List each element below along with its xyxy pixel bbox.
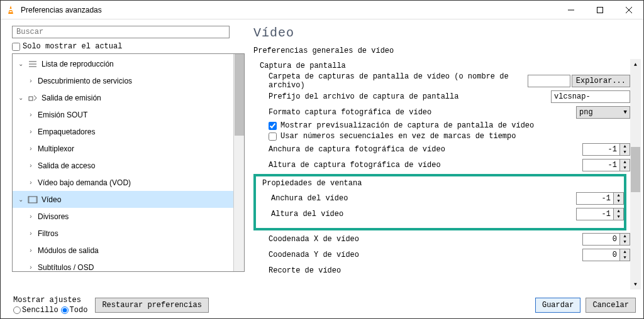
scroll-down-icon[interactable]: ▼ — [630, 279, 641, 289]
spin-down-icon[interactable]: ▼ — [620, 239, 630, 245]
coord-y-input[interactable] — [583, 251, 619, 259]
tree-item[interactable]: ›Multiplexor — [13, 140, 233, 157]
width-capture-spinner[interactable]: ▲▼ — [582, 143, 630, 156]
coord-x-input[interactable] — [583, 235, 619, 244]
spin-down-icon[interactable]: ▼ — [620, 149, 630, 155]
spin-down-icon[interactable]: ▼ — [620, 255, 630, 261]
chevron-right-icon[interactable]: › — [26, 162, 35, 169]
chevron-right-icon[interactable]: › — [26, 145, 35, 152]
use-seq-label: Usar números secuenciales en vez de marc… — [280, 132, 516, 141]
chevron-down-icon[interactable]: ⌄ — [16, 196, 25, 203]
tree-item-label: Descubrimiento de servicios — [38, 77, 132, 85]
height-capture-input[interactable] — [583, 161, 619, 170]
tree-item[interactable]: ›Empaquetadores — [13, 123, 233, 140]
prefix-input[interactable] — [551, 90, 630, 103]
tree-item[interactable]: ›Subtítulos / OSD — [13, 259, 233, 271]
video-height-spinner[interactable]: ▲▼ — [576, 208, 624, 220]
search-input[interactable] — [12, 26, 230, 38]
simple-radio[interactable]: Sencillo — [13, 306, 58, 315]
preferences-tree[interactable]: ⌄Lista de reproducción›Descubrimiento de… — [13, 54, 233, 271]
tree-item[interactable]: ›Módulos de salida — [13, 242, 233, 259]
vlc-icon — [6, 5, 16, 15]
height-capture-label: Altura de captura fotográfica de vídeo — [269, 161, 582, 170]
video-width-row: Anchura del vídeo ▲▼ — [271, 192, 624, 205]
tree-item[interactable]: ›Descubrimiento de servicios — [13, 72, 233, 89]
video-width-input[interactable] — [577, 194, 613, 203]
tree-item[interactable]: ›Divisores — [13, 208, 233, 225]
tree-item[interactable]: ›Salida de acceso — [13, 157, 233, 174]
width-capture-label: Anchura de captura fotográfica de vídeo — [269, 145, 582, 154]
tree-item[interactable]: ›Vídeo bajo demanda (VOD) — [13, 174, 233, 191]
chevron-right-icon[interactable]: › — [26, 179, 35, 186]
window-controls — [557, 1, 643, 19]
chevron-right-icon[interactable]: › — [26, 264, 35, 271]
tree-scrollbar[interactable] — [233, 54, 244, 271]
chevron-right-icon[interactable]: › — [26, 111, 35, 118]
tree-item[interactable]: ›Emisión SOUT — [13, 106, 233, 123]
coord-x-label: Coodenada X de vídeo — [269, 235, 582, 244]
show-preview-checkbox[interactable]: Mostrar previsualización de captura de p… — [269, 121, 630, 130]
tree-item-label: Empaquetadores — [38, 127, 95, 136]
right-scrollbar[interactable]: ▲ ▼ — [630, 59, 641, 289]
chevron-right-icon[interactable]: › — [26, 230, 35, 237]
tree-item[interactable]: ⌄Vídeo — [13, 191, 233, 208]
only-current-checkbox[interactable]: Solo mostrar el actual — [12, 42, 245, 51]
coord-y-label: Coodenada Y de vídeo — [269, 251, 582, 259]
save-button[interactable]: Guardar — [535, 298, 580, 313]
scroll-up-icon[interactable]: ▲ — [630, 59, 641, 70]
spin-down-icon[interactable]: ▼ — [614, 198, 623, 204]
use-seq-checkbox[interactable]: Usar números secuenciales en vez de marc… — [269, 132, 630, 141]
svg-rect-1 — [9, 9, 13, 10]
chevron-right-icon[interactable]: › — [26, 247, 35, 254]
bottom-bar: Mostrar ajustes Sencillo Todo Restaurar … — [1, 292, 643, 318]
chevron-down-icon[interactable]: ⌄ — [16, 60, 25, 67]
spin-up-icon[interactable]: ▲ — [620, 234, 630, 239]
width-capture-input[interactable] — [583, 145, 619, 154]
tree-item[interactable]: ⌄Salida de emisión — [13, 89, 233, 106]
height-capture-spinner[interactable]: ▲▼ — [582, 159, 630, 171]
browse-button[interactable]: Explorar... — [572, 75, 630, 87]
spin-up-icon[interactable]: ▲ — [620, 144, 630, 149]
highlighted-window-properties: Propiedades de ventana Anchura del vídeo… — [253, 174, 626, 230]
spin-down-icon[interactable]: ▼ — [620, 165, 630, 171]
show-preview-box[interactable] — [269, 122, 277, 130]
chevron-right-icon[interactable]: › — [26, 128, 35, 135]
spin-up-icon[interactable]: ▲ — [614, 193, 623, 198]
coord-y-spinner[interactable]: ▲▼ — [582, 249, 630, 261]
section-title: Vídeo — [250, 26, 641, 40]
coord-x-spinner[interactable]: ▲▼ — [582, 233, 630, 246]
spin-up-icon[interactable]: ▲ — [614, 208, 623, 214]
use-seq-box[interactable] — [269, 132, 277, 141]
close-button[interactable] — [614, 1, 643, 19]
spin-down-icon[interactable]: ▼ — [614, 214, 623, 220]
spin-up-icon[interactable]: ▲ — [620, 160, 630, 165]
format-row: Formato captura fotográfica de vídeo png… — [269, 105, 630, 119]
coord-x-row: Coodenada X de vídeo ▲▼ — [269, 232, 630, 246]
screenshot-folder-input[interactable] — [528, 75, 570, 87]
screenshot-folder-row: Carpeta de capturas de pantalla de vídeo… — [269, 74, 630, 88]
spin-up-icon[interactable]: ▲ — [620, 249, 630, 255]
tree-item-label: Multiplexor — [38, 144, 74, 153]
tree-item[interactable]: ›Filtros — [13, 225, 233, 242]
settings-body: Captura de pantalla Carpeta de capturas … — [250, 59, 630, 289]
only-current-box[interactable] — [12, 43, 20, 51]
right-scroll-thumb[interactable] — [631, 147, 640, 192]
all-radio[interactable]: Todo — [61, 306, 88, 315]
format-select[interactable]: png ▼ — [576, 106, 630, 119]
tree-item[interactable]: ⌄Lista de reproducción — [13, 55, 233, 72]
tree-scroll-thumb[interactable] — [235, 54, 244, 136]
maximize-button[interactable] — [586, 1, 614, 19]
minimize-button[interactable] — [557, 1, 586, 19]
only-current-label: Solo mostrar el actual — [23, 42, 122, 51]
tree-item-label: Salida de emisión — [42, 94, 101, 102]
video-width-spinner[interactable]: ▲▼ — [576, 192, 624, 205]
chevron-right-icon[interactable]: › — [26, 213, 35, 220]
settings-mode-radio[interactable]: Sencillo Todo — [13, 306, 87, 315]
cancel-button[interactable]: Cancelar — [586, 298, 636, 313]
chevron-down-icon[interactable]: ⌄ — [16, 94, 25, 101]
svg-rect-11 — [28, 197, 37, 203]
video-height-input[interactable] — [577, 210, 613, 219]
reset-button[interactable]: Restaurar preferencias — [95, 298, 208, 313]
stream-icon — [28, 93, 38, 103]
chevron-right-icon[interactable]: › — [26, 77, 35, 84]
